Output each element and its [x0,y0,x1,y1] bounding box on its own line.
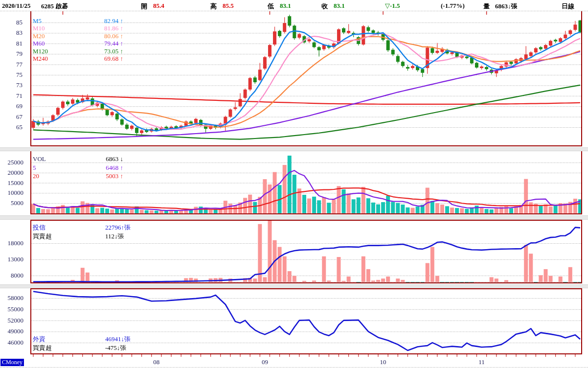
volume-legend-value: 6468 ↑ [93,164,123,172]
header-date: 2020/11/25 [2,2,31,10]
x-axis-month-label: 10 [375,358,391,366]
ma-legend-value: 81.86 ↑ [93,24,123,32]
ma-legend-label: M5 [33,17,42,25]
volume-legend-value: 6863 ↓ [93,155,123,163]
y-tick-label-price: 83 [7,29,23,37]
y-tick-label-volume: 25000 [2,159,23,166]
y-tick-label-price: 65 [7,123,23,131]
y-tick-label-price: 77 [7,61,23,69]
foreign_panel-legend-value2: -475↓張 [105,344,126,352]
x-axis-month-label: 11 [474,358,490,366]
period-selector[interactable]: 日線 [562,2,574,11]
header-close-label: 收 [321,2,328,11]
foreign_panel-legend-name: 外資 [33,335,45,344]
ma-legend-value: 80.06 ↑ [93,32,123,40]
header-high-label: 高 [210,2,217,11]
ma-legend-label: M20 [33,32,45,40]
panel-divider [0,147,588,151]
trust_panel-legend-sublabel: 買賣超 [33,232,52,241]
ma-legend-label: M240 [33,55,48,63]
trust_panel-legend-value2: 112↓張 [105,232,124,241]
y-tick-label-volume: 10000 [2,189,23,197]
volume-legend-label: 5 [33,164,36,172]
x-axis-month-label: 08 [148,358,165,366]
header-change-pct: (-1.77%) [441,2,465,10]
header-volume-value: 6863↓張 [495,2,518,11]
y-tick-label-foreign: 55000 [2,305,23,313]
y-tick-label-foreign: 46000 [2,339,23,347]
ma-legend-label: M120 [33,47,48,55]
trust_panel-legend-name: 投信 [33,223,45,232]
panel-divider [0,215,588,220]
y-tick-label-price: 71 [7,92,23,100]
y-tick-label-volume: 20000 [2,169,23,177]
y-tick-label-volume: 5000 [2,199,23,207]
y-tick-label-price: 81 [7,40,23,47]
header-open-label: 開 [141,2,147,11]
header-low-label: 低 [268,2,274,11]
y-tick-label-price: 67 [7,113,23,121]
y-tick-label-trust: 8000 [2,272,23,279]
ma-legend-value: 69.68 ↑ [93,55,123,63]
ma-legend-value: 79.44 ↑ [93,40,123,47]
header-change: ▽-1.5 [385,2,400,10]
header-volume-label: 量 [483,2,490,11]
y-tick-label-price: 73 [7,81,23,89]
y-tick-label-foreign: 49000 [2,327,23,335]
stock-chart-window: 2020/11/25 6285 啟碁 開 85.4 高 85.5 低 83.1 … [0,0,588,371]
y-tick-label-trust: 13000 [2,255,23,263]
y-tick-label-trust: 18000 [2,239,23,247]
ma-legend-value: 82.94 ↑ [93,17,123,25]
ma-legend-value: 73.05 ↑ [93,47,123,55]
y-tick-label-volume: 15000 [2,179,23,187]
header-high-value: 85.5 [223,2,234,10]
volume-legend-value: 5003 ↑ [93,172,123,180]
y-tick-label-foreign: 58000 [2,294,23,302]
volume-legend-label: VOL [33,155,46,163]
chart-canvas[interactable] [0,0,588,371]
foreign_panel-legend-value: 46941↓張 [105,335,131,344]
trust_panel-legend-value: 22796↑張 [105,223,131,232]
ma-legend-label: M60 [33,40,45,47]
ma-legend-label: M10 [33,24,45,32]
header-open-value: 85.4 [153,2,164,10]
y-tick-label-price: 75 [7,71,23,79]
y-tick-label-price: 69 [7,102,23,110]
volume-legend-label: 20 [33,172,39,180]
y-tick-label-price: 79 [7,50,23,58]
y-tick-label-foreign: 52000 [2,317,23,325]
foreign_panel-legend-sublabel: 買賣超 [33,344,52,352]
x-axis-month-label: 09 [256,358,273,366]
cmoney-watermark: CMoney [0,359,24,366]
header-low-value: 83.1 [280,2,291,10]
header-stock-name: 6285 啟碁 [41,2,68,11]
header-close-value: 83.1 [334,2,345,10]
panel-divider [0,284,588,288]
y-tick-label-price: 85 [7,19,23,26]
